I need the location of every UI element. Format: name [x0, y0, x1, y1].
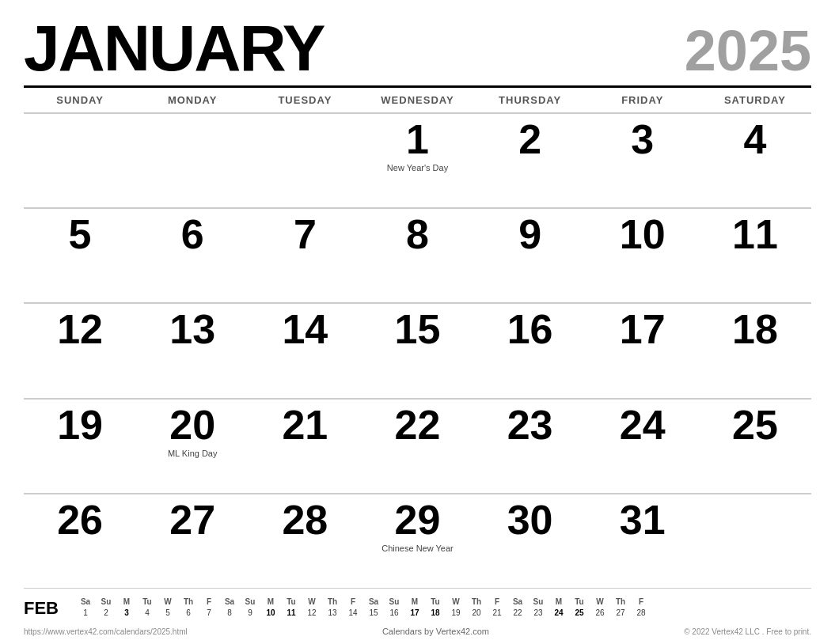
calendar-cell: 28 — [249, 493, 361, 588]
calendar-cell — [24, 112, 136, 207]
day-header-wed: WEDNESDAY — [361, 91, 473, 109]
mini-cal-header: Sa — [507, 597, 528, 607]
month-title: JANUARY — [24, 16, 324, 81]
date-number: 17 — [620, 309, 666, 350]
mini-cal-day: 6 — [178, 608, 199, 618]
mini-cal-header: W — [302, 597, 322, 607]
day-headers: SUNDAY MONDAY TUESDAY WEDNESDAY THURSDAY… — [24, 91, 811, 109]
mini-cal-header: Th — [322, 597, 343, 607]
day-header-thu: THURSDAY — [474, 91, 586, 109]
holiday-label: New Year's Day — [369, 163, 465, 172]
date-number: 15 — [395, 309, 441, 350]
calendar-cell: 27 — [136, 493, 249, 588]
date-number: 29 — [395, 499, 441, 540]
calendar-cell: 31 — [586, 493, 699, 588]
calendar-cell: 4 — [699, 112, 811, 207]
mini-cal-day: 12 — [302, 608, 322, 618]
footer-url: https://www.vertex42.com/calendars/2025.… — [24, 627, 188, 636]
calendar-cell: 10 — [586, 207, 699, 302]
header-row: JANUARY 2025 — [24, 16, 811, 81]
calendar-cell: 19 — [24, 398, 136, 493]
date-number: 8 — [406, 214, 429, 255]
mini-cal-day: 19 — [446, 608, 466, 618]
calendar-cell: 24 — [586, 398, 699, 493]
mini-cal-day: 2 — [96, 608, 116, 618]
date-number: 22 — [395, 404, 441, 445]
calendar-cell: 1New Year's Day — [361, 112, 473, 207]
date-number: 25 — [732, 404, 778, 445]
date-number: 23 — [507, 404, 553, 445]
mini-cal-header: Su — [96, 597, 116, 607]
mini-cal-header: F — [343, 597, 363, 607]
calendar-cell: 2 — [474, 112, 586, 207]
date-number: 3 — [631, 119, 654, 160]
date-number: 1 — [406, 119, 429, 160]
mini-cal-header: Tu — [137, 597, 158, 607]
date-number: 10 — [620, 214, 666, 255]
mini-cal-header: W — [590, 597, 610, 607]
footer-right: © 2022 Vertex42 LLC . Free to print. — [684, 627, 811, 636]
mini-calendar-section: FEB SaSuMTuWThFSaSuMTuWThFSaSuMTuWThFSaS… — [24, 588, 811, 622]
date-number: 31 — [620, 499, 666, 540]
mini-cal-day: 15 — [363, 608, 384, 618]
mini-cal-day: 26 — [590, 608, 610, 618]
calendar-cell: 5 — [24, 207, 136, 302]
calendar-cell: 3 — [586, 112, 699, 207]
mini-cal-header: Th — [466, 597, 487, 607]
date-number: 16 — [507, 309, 553, 350]
calendar-cell — [699, 493, 811, 588]
mini-cal-day: 27 — [610, 608, 631, 618]
day-header-tue: TUESDAY — [249, 91, 361, 109]
calendar-cell: 6 — [136, 207, 249, 302]
mini-cal-header: Su — [240, 597, 260, 607]
mini-cal-day: 28 — [631, 608, 651, 618]
calendar-cell: 14 — [249, 302, 361, 397]
mini-cal-header: M — [548, 597, 569, 607]
footer-center: Calendars by Vertex42.com — [382, 627, 489, 636]
day-header-fri: FRIDAY — [586, 91, 699, 109]
mini-cal-header: M — [116, 597, 137, 607]
mini-cal-day: 3 — [116, 608, 137, 618]
mini-cal-day: 5 — [158, 608, 178, 618]
year-title: 2025 — [685, 22, 811, 79]
mini-cal-header: Th — [610, 597, 631, 607]
date-number: 4 — [743, 119, 766, 160]
mini-cal-day: 7 — [199, 608, 219, 618]
date-number: 20 — [169, 404, 215, 445]
mini-cal-day: 24 — [548, 608, 569, 618]
mini-cal-day: 8 — [219, 608, 240, 618]
date-number: 28 — [282, 499, 328, 540]
mini-cal-header: M — [404, 597, 425, 607]
date-number: 11 — [732, 214, 778, 255]
calendar-container: JANUARY 2025 SUNDAY MONDAY TUESDAY WEDNE… — [0, 0, 835, 644]
mini-cal-header: W — [158, 597, 178, 607]
mini-cal-header: F — [487, 597, 507, 607]
footer-row: https://www.vertex42.com/calendars/2025.… — [24, 622, 811, 636]
calendar-cell: 26 — [24, 493, 136, 588]
mini-cal-day: 4 — [137, 608, 158, 618]
calendar-cell: 17 — [586, 302, 699, 397]
mini-cal-header: Su — [528, 597, 548, 607]
mini-cal-header: F — [631, 597, 651, 607]
date-number: 12 — [57, 309, 103, 350]
date-number: 14 — [282, 309, 328, 350]
mini-cal-header: Sa — [363, 597, 384, 607]
calendar-cell: 12 — [24, 302, 136, 397]
date-number: 18 — [732, 309, 778, 350]
mini-cal-day: 23 — [528, 608, 548, 618]
date-number: 7 — [294, 214, 317, 255]
mini-cal-header: W — [446, 597, 466, 607]
calendar-cell: 18 — [699, 302, 811, 397]
mini-cal-day: 11 — [281, 608, 302, 618]
mini-cal-day: 9 — [240, 608, 260, 618]
date-number: 21 — [282, 404, 328, 445]
date-number: 6 — [181, 214, 204, 255]
mini-cal-header: Sa — [75, 597, 96, 607]
mini-cal-day: 13 — [322, 608, 343, 618]
holiday-label: Chinese New Year — [369, 544, 465, 553]
mini-cal-day: 20 — [466, 608, 487, 618]
day-header-mon: MONDAY — [136, 91, 249, 109]
calendar-cell: 23 — [474, 398, 586, 493]
mini-cal-header: Tu — [425, 597, 446, 607]
calendar-cell: 16 — [474, 302, 586, 397]
